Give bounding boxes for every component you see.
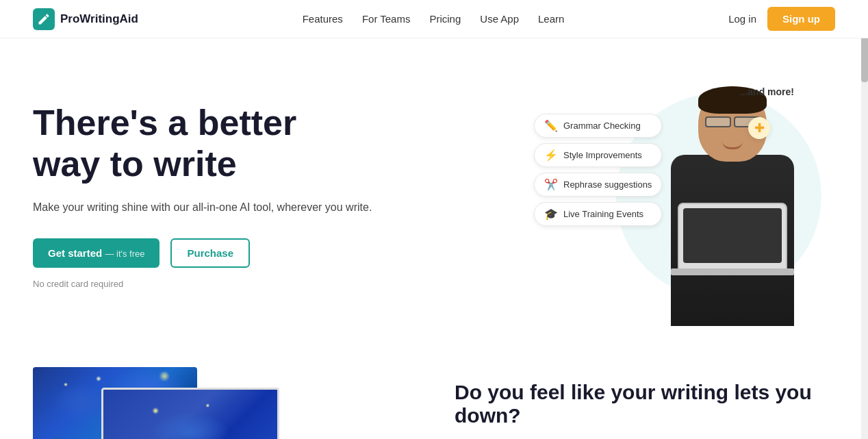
get-started-button[interactable]: Get started — it's free (33, 238, 159, 268)
section2-left: My idea in my head (33, 367, 413, 439)
plus-badge: ✚ (748, 117, 770, 139)
and-more-label: ...and more! (740, 86, 794, 97)
section2-right: Do you feel like your writing lets you d… (455, 367, 835, 439)
nav-use-app[interactable]: Use App (480, 13, 519, 25)
hero-section: There's a better way to write Make your … (0, 38, 868, 340)
hero-title-line1: There's a better (33, 103, 296, 142)
get-started-sublabel: — it's free (105, 249, 144, 259)
hero-illustration (643, 79, 821, 326)
hero-left: There's a better way to write Make your … (33, 103, 372, 288)
logo-text: ProWritingAid (60, 12, 138, 26)
section2-title: Do you feel like your writing lets you d… (455, 381, 835, 427)
page-scrollbar[interactable] (861, 0, 868, 439)
hero-title: There's a better way to write (33, 103, 372, 185)
pill-style-label: Style Improvements (563, 150, 642, 160)
pill-rephrase-icon: ✂️ (544, 178, 558, 191)
nav-links: Features For Teams Pricing Use App Learn (303, 13, 565, 25)
nav-learn[interactable]: Learn (538, 13, 564, 25)
get-started-label: Get started (48, 247, 102, 259)
logo-svg (37, 12, 51, 26)
section2: My idea in my head Do you feel like your… (0, 340, 868, 439)
nav-features[interactable]: Features (303, 13, 343, 25)
pill-style-icon: ⚡ (544, 149, 558, 162)
main-nav: ProWritingAid Features For Teams Pricing… (0, 0, 868, 38)
painting-stack: My idea in my head (33, 367, 293, 439)
logo-icon (33, 8, 55, 30)
pill-grammar-label: Grammar Checking (563, 121, 641, 131)
hero-title-line2: way to write (33, 144, 237, 184)
hero-subtitle: Make your writing shine with our all-in-… (33, 199, 372, 216)
painting-front: My idea in my head (101, 388, 279, 439)
pill-rephrase-label: Rephrase suggestions (563, 179, 652, 190)
signup-button[interactable]: Sign up (767, 7, 835, 31)
person-laptop (678, 203, 787, 271)
pill-training-icon: 🎓 (544, 208, 558, 221)
logo-link[interactable]: ProWritingAid (33, 8, 138, 30)
pill-grammar-icon: ✏️ (544, 119, 558, 132)
login-link[interactable]: Log in (728, 13, 756, 25)
pill-training-label: Live Training Events (563, 209, 643, 219)
nav-actions: Log in Sign up (728, 7, 835, 31)
hero-buttons: Get started — it's free Purchase (33, 238, 372, 268)
purchase-button[interactable]: Purchase (170, 238, 250, 268)
nav-pricing[interactable]: Pricing (429, 13, 461, 25)
hero-note: No credit card required (33, 279, 372, 289)
hero-right: ✏️ Grammar Checking ⚡ Style Improvements… (534, 79, 835, 312)
nav-for-teams[interactable]: For Teams (362, 13, 411, 25)
